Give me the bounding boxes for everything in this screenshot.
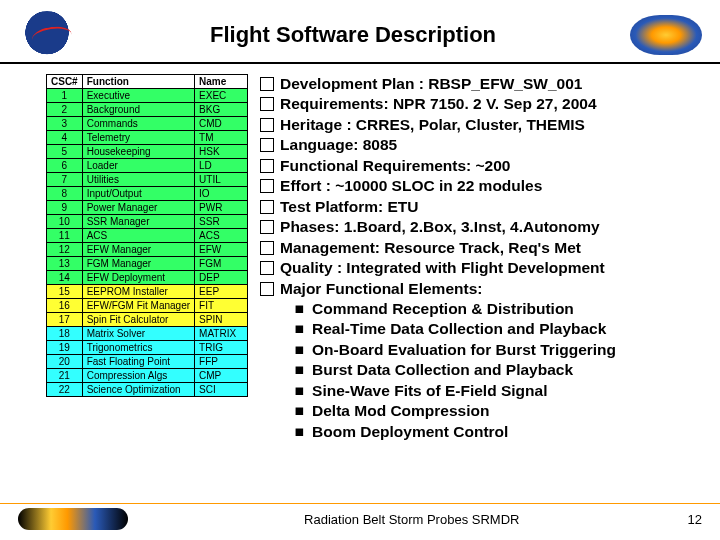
bullet-item: Test Platform: ETU bbox=[260, 197, 616, 217]
cell-function: Commands bbox=[82, 117, 194, 131]
sub-bullet-text: Boom Deployment Control bbox=[312, 422, 508, 442]
sub-bullet-text: Sine-Wave Fits of E-Field Signal bbox=[312, 381, 547, 401]
bullet-text: Test Platform: ETU bbox=[280, 197, 418, 217]
table-row: 2BackgroundBKG bbox=[47, 103, 248, 117]
table-row: 17Spin Fit CalculatorSPIN bbox=[47, 313, 248, 327]
table-row: 7UtilitiesUTIL bbox=[47, 173, 248, 187]
cell-cscnum: 1 bbox=[47, 89, 83, 103]
bullet-text: Phases: 1.Board, 2.Box, 3.Inst, 4.Autono… bbox=[280, 217, 600, 237]
cell-function: Telemetry bbox=[82, 131, 194, 145]
cell-name: DEP bbox=[195, 271, 248, 285]
bullet-item: Development Plan : RBSP_EFW_SW_001 bbox=[260, 74, 616, 94]
sub-bullet-item: ◆On-Board Evaluation for Burst Triggerin… bbox=[260, 340, 616, 360]
cell-name: FFP bbox=[195, 355, 248, 369]
cell-name: FIT bbox=[195, 299, 248, 313]
table-header: CSC# bbox=[47, 75, 83, 89]
cell-function: Input/Output bbox=[82, 187, 194, 201]
square-bullet-icon bbox=[260, 261, 274, 275]
bullet-item: Heritage : CRRES, Polar, Cluster, THEMIS bbox=[260, 115, 616, 135]
cell-function: Trigonometrics bbox=[82, 341, 194, 355]
square-bullet-icon bbox=[260, 179, 274, 193]
footer-logo-icon bbox=[18, 508, 128, 530]
sub-bullet-item: ◆Delta Mod Compression bbox=[260, 401, 616, 421]
bullet-item: Management: Resource Track, Req's Met bbox=[260, 238, 616, 258]
content-area: CSC#FunctionName 1ExecutiveEXEC2Backgrou… bbox=[0, 64, 720, 442]
table-row: 1ExecutiveEXEC bbox=[47, 89, 248, 103]
cell-function: Background bbox=[82, 103, 194, 117]
cell-name: SCI bbox=[195, 383, 248, 397]
bullet-item: Major Functional Elements: bbox=[260, 279, 616, 299]
cell-name: CMP bbox=[195, 369, 248, 383]
table-row: 10SSR ManagerSSR bbox=[47, 215, 248, 229]
cell-name: TRIG bbox=[195, 341, 248, 355]
bullet-text: Language: 8085 bbox=[280, 135, 397, 155]
cell-name: UTIL bbox=[195, 173, 248, 187]
header: Flight Software Description bbox=[0, 0, 720, 64]
cell-name: EEP bbox=[195, 285, 248, 299]
square-bullet-icon bbox=[260, 159, 274, 173]
diamond-bullet-icon: ◆ bbox=[290, 401, 311, 422]
square-bullet-icon bbox=[260, 220, 274, 234]
bullet-text: Quality : Integrated with Flight Develop… bbox=[280, 258, 605, 278]
table-row: 9Power ManagerPWR bbox=[47, 201, 248, 215]
cell-function: Housekeeping bbox=[82, 145, 194, 159]
square-bullet-icon bbox=[260, 200, 274, 214]
cell-cscnum: 3 bbox=[47, 117, 83, 131]
cell-function: EFW/FGM Fit Manager bbox=[82, 299, 194, 313]
cell-name: EXEC bbox=[195, 89, 248, 103]
csc-table-wrap: CSC#FunctionName 1ExecutiveEXEC2Backgrou… bbox=[46, 74, 248, 442]
nasa-logo-icon bbox=[18, 11, 76, 59]
square-bullet-icon bbox=[260, 241, 274, 255]
cell-function: Executive bbox=[82, 89, 194, 103]
cell-name: SPIN bbox=[195, 313, 248, 327]
bullet-item: Language: 8085 bbox=[260, 135, 616, 155]
sub-bullet-text: Burst Data Collection and Playback bbox=[312, 360, 573, 380]
cell-function: Utilities bbox=[82, 173, 194, 187]
cell-function: Compression Algs bbox=[82, 369, 194, 383]
mission-logo-icon bbox=[630, 15, 702, 55]
table-row: 21Compression AlgsCMP bbox=[47, 369, 248, 383]
cell-name: PWR bbox=[195, 201, 248, 215]
sub-bullet-text: Delta Mod Compression bbox=[312, 401, 489, 421]
diamond-bullet-icon: ◆ bbox=[290, 381, 311, 402]
sub-bullet-item: ◆Command Reception & Distribution bbox=[260, 299, 616, 319]
square-bullet-icon bbox=[260, 77, 274, 91]
cell-cscnum: 9 bbox=[47, 201, 83, 215]
table-row: 15EEPROM InstallerEEP bbox=[47, 285, 248, 299]
sub-bullet-item: ◆Burst Data Collection and Playback bbox=[260, 360, 616, 380]
cell-cscnum: 2 bbox=[47, 103, 83, 117]
cell-function: ACS bbox=[82, 229, 194, 243]
cell-name: SSR bbox=[195, 215, 248, 229]
cell-name: HSK bbox=[195, 145, 248, 159]
cell-function: EEPROM Installer bbox=[82, 285, 194, 299]
bullet-text: Management: Resource Track, Req's Met bbox=[280, 238, 581, 258]
cell-name: IO bbox=[195, 187, 248, 201]
cell-cscnum: 21 bbox=[47, 369, 83, 383]
bullet-item: Quality : Integrated with Flight Develop… bbox=[260, 258, 616, 278]
bullet-item: Effort : ~10000 SLOC in 22 modules bbox=[260, 176, 616, 196]
page-title: Flight Software Description bbox=[76, 22, 630, 48]
table-row: 19TrigonometricsTRIG bbox=[47, 341, 248, 355]
cell-cscnum: 10 bbox=[47, 215, 83, 229]
table-row: 16EFW/FGM Fit ManagerFIT bbox=[47, 299, 248, 313]
cell-cscnum: 16 bbox=[47, 299, 83, 313]
bullet-text: Heritage : CRRES, Polar, Cluster, THEMIS bbox=[280, 115, 585, 135]
cell-function: Power Manager bbox=[82, 201, 194, 215]
table-header: Function bbox=[82, 75, 194, 89]
bullet-item: Phases: 1.Board, 2.Box, 3.Inst, 4.Autono… bbox=[260, 217, 616, 237]
cell-name: TM bbox=[195, 131, 248, 145]
bullet-item: Functional Requirements: ~200 bbox=[260, 156, 616, 176]
table-row: 6LoaderLD bbox=[47, 159, 248, 173]
sub-bullet-item: ◆Boom Deployment Control bbox=[260, 422, 616, 442]
csc-table: CSC#FunctionName 1ExecutiveEXEC2Backgrou… bbox=[46, 74, 248, 397]
cell-cscnum: 20 bbox=[47, 355, 83, 369]
cell-function: Loader bbox=[82, 159, 194, 173]
sub-bullet-item: ◆Sine-Wave Fits of E-Field Signal bbox=[260, 381, 616, 401]
cell-cscnum: 4 bbox=[47, 131, 83, 145]
table-row: 8Input/OutputIO bbox=[47, 187, 248, 201]
cell-name: CMD bbox=[195, 117, 248, 131]
cell-name: LD bbox=[195, 159, 248, 173]
cell-name: ACS bbox=[195, 229, 248, 243]
table-row: 5HousekeepingHSK bbox=[47, 145, 248, 159]
bullet-list: Development Plan : RBSP_EFW_SW_001Requir… bbox=[260, 74, 616, 442]
